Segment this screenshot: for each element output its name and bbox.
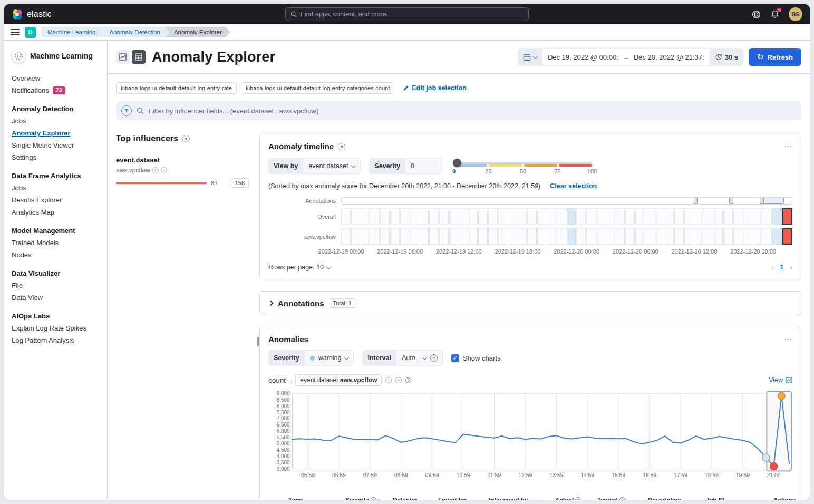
severity-select[interactable]: Severity warning (268, 350, 354, 366)
swimlane-cell[interactable] (655, 208, 664, 225)
swimlane-cell[interactable] (753, 208, 762, 225)
sidebar-item-jobs[interactable]: Jobs (12, 115, 100, 127)
swimlane-cell[interactable] (380, 228, 390, 245)
page-number[interactable]: 1 (780, 264, 783, 271)
swimlane-cell[interactable] (390, 208, 400, 225)
swimlane-cell[interactable] (557, 208, 566, 225)
remove-filter-icon[interactable]: − (395, 377, 402, 383)
swimlane-cell[interactable] (684, 208, 694, 225)
swimlane-cell[interactable] (547, 208, 556, 225)
swimlane-cell[interactable] (763, 208, 772, 225)
sidebar-item-anomaly-explorer[interactable]: Anomaly Explorer (12, 127, 100, 139)
notifications-button[interactable] (770, 9, 780, 20)
swimlane-cell[interactable] (625, 228, 635, 245)
swimlane-cell[interactable] (341, 208, 351, 225)
swimlane-cell[interactable] (429, 208, 439, 225)
swimlane-cell[interactable] (478, 228, 488, 245)
swimlane-cell[interactable] (723, 208, 733, 225)
view-by-select[interactable]: View by event.dataset (268, 158, 361, 174)
chart-help-icon[interactable]: ? (405, 377, 411, 383)
anomaly-chart[interactable]: 05:5906:5907:5908:5909:5910:5911:5912:59… (268, 390, 792, 485)
swimlane-cell[interactable] (743, 228, 752, 245)
swimlane-cell[interactable] (518, 208, 527, 225)
swimlane-cell[interactable] (704, 228, 713, 245)
global-search-input[interactable]: Find apps, content, and more. (285, 7, 529, 21)
sidebar-item-single-metric-viewer[interactable]: Single Metric Viewer (12, 139, 100, 151)
swimlane-cell[interactable] (567, 208, 576, 225)
swimlane-cell[interactable] (361, 228, 370, 245)
swimlane-cell[interactable] (743, 208, 752, 225)
swimlane-cell[interactable] (665, 208, 674, 225)
swimlane-cell[interactable] (606, 208, 615, 225)
swimlane-cell[interactable] (400, 228, 410, 245)
swimlane-cell[interactable] (733, 228, 743, 245)
swimlane-cell[interactable] (645, 208, 654, 225)
swimlane-cell[interactable] (537, 228, 547, 245)
column-help-icon[interactable]: ? (619, 497, 625, 500)
swimlane-cell[interactable] (635, 228, 645, 245)
swimlane-cell[interactable] (390, 228, 400, 245)
expand-chevron-icon[interactable] (267, 300, 273, 306)
swimlane-cell[interactable] (537, 208, 547, 225)
clear-selection-link[interactable]: Clear selection (550, 182, 597, 190)
swimlane-cell[interactable] (488, 228, 498, 245)
swimlane-cell[interactable] (547, 228, 556, 245)
table-view-toggle[interactable] (132, 50, 146, 64)
sidebar-item-log-pattern-analysis[interactable]: Log Pattern Analysis (12, 334, 100, 346)
swimlane-cell[interactable] (674, 228, 684, 245)
column-help-icon[interactable]: ? (371, 497, 376, 500)
menu-button[interactable] (11, 29, 20, 35)
swimlane-cell[interactable] (694, 228, 703, 245)
swimlane-cell[interactable] (733, 208, 743, 225)
sidebar-item-explain-log-rate-spikes[interactable]: Explain Log Rate Spikes (12, 322, 100, 334)
swimlane-cell[interactable] (586, 228, 596, 245)
swimlane-cell[interactable] (459, 228, 468, 245)
swimlane-cell[interactable] (449, 208, 459, 225)
swimlane-cell[interactable] (518, 228, 527, 245)
add-filter-icon[interactable]: + (152, 167, 159, 173)
swimlane-cell[interactable] (439, 228, 449, 245)
panel-resize-handle[interactable] (257, 337, 259, 346)
swimlane-cell[interactable] (371, 228, 380, 245)
annotation-marker[interactable] (760, 198, 764, 204)
swimlane-cell[interactable] (576, 228, 586, 245)
date-range-end[interactable]: Dec 20, 2022 @ 21:37: (634, 53, 704, 61)
annotations-lane[interactable] (341, 197, 792, 205)
swimlane-cell[interactable] (616, 208, 625, 225)
breadcrumb-anomaly-detection[interactable]: Anomaly Detection (100, 27, 169, 37)
annotations-panel[interactable]: Annotations Total: 1 (259, 291, 801, 315)
refresh-button[interactable]: ↻ Refresh (749, 48, 801, 66)
column-help-icon[interactable]: ? (575, 497, 581, 500)
swimlane-cell[interactable] (557, 228, 566, 245)
swimlane-cell[interactable] (684, 228, 694, 245)
swimlane-cell[interactable] (772, 228, 782, 245)
swimlane-cell[interactable] (410, 208, 419, 225)
swimlane-cell[interactable] (420, 228, 429, 245)
swimlane-cell[interactable] (488, 208, 498, 225)
swimlane-cell[interactable] (723, 228, 733, 245)
swimlane-cell[interactable] (596, 228, 605, 245)
swimlane-cell[interactable] (478, 208, 488, 225)
swimlane-cell[interactable] (635, 208, 645, 225)
swimlane-cell[interactable] (694, 208, 703, 225)
show-charts-checkbox[interactable]: ✓ (451, 354, 459, 362)
swimlane-cell[interactable] (351, 208, 361, 225)
swimlane-cell[interactable] (498, 228, 508, 245)
swimlane-cell[interactable] (714, 228, 723, 245)
interval-select[interactable]: Interval Auto ? (362, 350, 442, 366)
swimlane-cell[interactable] (429, 228, 439, 245)
swimlane-cell[interactable] (704, 208, 713, 225)
job-badge-log-entry-rate[interactable]: kibana-logs-ui-default-default-log-entry… (116, 82, 237, 94)
column-header-severity[interactable]: Severity?↓ (341, 492, 389, 500)
annotation-marker[interactable] (694, 198, 698, 204)
refresh-interval-button[interactable]: 30 s (710, 48, 743, 66)
swimlane-cell[interactable] (576, 208, 586, 225)
add-filter-icon[interactable]: + (385, 377, 392, 383)
slider-handle[interactable] (453, 159, 461, 167)
sort-down-icon[interactable]: ↓ (378, 497, 381, 500)
swimlane-cell[interactable] (527, 208, 537, 225)
swimlane-cell[interactable] (665, 228, 674, 245)
kql-filter-icon[interactable] (121, 105, 132, 116)
swimlane-cell[interactable] (410, 228, 419, 245)
avatar[interactable]: BS (789, 7, 802, 21)
